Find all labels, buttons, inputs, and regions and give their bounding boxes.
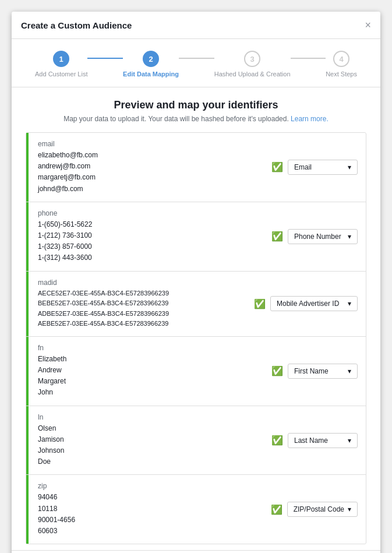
data-row-fn: fn ElizabethAndrewMargaretJohn ✅ First N… xyxy=(26,337,366,406)
learn-more-link[interactable]: Learn more. xyxy=(291,115,329,123)
summary-section: 13 columns are mapped and will be upload… xyxy=(12,550,380,553)
step-1-circle: 1 xyxy=(53,51,69,67)
check-icon-fn: ✅ xyxy=(271,365,283,376)
step-1: 1 Add Customer List xyxy=(35,51,87,78)
field-values-email: elizabetho@fb.comandrewj@fb.commargaretj… xyxy=(38,150,271,195)
field-values-phone: 1-(650)-561-56221-(212) 736-31001-(323) … xyxy=(38,219,271,264)
chevron-down-icon-fn: ▾ xyxy=(348,367,351,375)
chevron-down-icon-madid: ▾ xyxy=(348,300,351,308)
mapping-dropdown-ln[interactable]: Last Name ▾ xyxy=(288,433,358,448)
step-1-label: Add Customer List xyxy=(35,71,87,78)
field-values-madid: AECE52E7-03EE-455A-B3C4-E57283966239 BEB… xyxy=(38,288,254,329)
mapping-label-email: Email xyxy=(294,163,312,171)
field-name-madid: madid xyxy=(38,279,254,287)
data-row-madid: madid AECE52E7-03EE-455A-B3C4-E572839662… xyxy=(26,272,366,337)
connector-2-3 xyxy=(179,58,214,59)
mapping-label-ln: Last Name xyxy=(294,436,328,445)
modal-title: Create a Custom Audience xyxy=(21,20,132,30)
data-row-zip: zip 940461011890001-465660603 ✅ ZIP/Post… xyxy=(26,475,366,544)
step-4: 4 Next Steps xyxy=(326,51,357,78)
step-2-circle: 2 xyxy=(143,51,159,67)
content-subtitle: Map your data to upload it. Your data wi… xyxy=(26,115,366,123)
field-name-ln: ln xyxy=(38,413,271,421)
data-mapping-section: email elizabetho@fb.comandrewj@fb.commar… xyxy=(26,132,366,544)
step-3-circle: 3 xyxy=(244,51,260,67)
field-values-fn: ElizabethAndrewMargaretJohn xyxy=(38,354,271,399)
step-2-label: Edit Data Mapping xyxy=(123,71,179,78)
field-name-fn: fn xyxy=(38,344,271,352)
field-name-email: email xyxy=(38,140,271,148)
step-2: 2 Edit Data Mapping xyxy=(123,51,179,78)
create-custom-audience-modal: Create a Custom Audience × 1 Add Custome… xyxy=(12,12,380,553)
mapping-dropdown-zip[interactable]: ZIP/Postal Code ▾ xyxy=(287,502,358,517)
check-icon-phone: ✅ xyxy=(271,231,283,242)
mapping-label-fn: First Name xyxy=(294,367,329,375)
mapping-label-madid: Mobile Advertiser ID xyxy=(277,300,339,308)
mapping-dropdown-phone[interactable]: Phone Number ▾ xyxy=(288,229,358,244)
data-row-email: email elizabetho@fb.comandrewj@fb.commar… xyxy=(26,133,366,202)
mapping-label-zip: ZIP/Postal Code xyxy=(294,505,344,513)
mapping-dropdown-fn[interactable]: First Name ▾ xyxy=(288,364,358,379)
main-content: Preview and map your identifiers Map you… xyxy=(12,87,380,550)
check-icon-zip: ✅ xyxy=(271,504,282,515)
field-values-zip: 940461011890001-465660603 xyxy=(38,492,271,537)
check-icon-email: ✅ xyxy=(271,161,283,172)
mapping-dropdown-email[interactable]: Email ▾ xyxy=(288,160,358,175)
data-row-ln: ln OlsenJamisonJohnsonDoe ✅ Last Name ▾ xyxy=(26,406,366,475)
chevron-down-icon: ▾ xyxy=(348,163,351,171)
chevron-down-icon-ln: ▾ xyxy=(348,436,351,445)
field-name-phone: phone xyxy=(38,209,271,217)
data-row-phone: phone 1-(650)-561-56221-(212) 736-31001-… xyxy=(26,202,366,272)
field-name-zip: zip xyxy=(38,482,271,490)
step-3-label: Hashed Upload & Creation xyxy=(214,71,291,78)
stepper: 1 Add Customer List 2 Edit Data Mapping … xyxy=(12,39,380,87)
mapping-label-phone: Phone Number xyxy=(294,233,341,241)
chevron-down-icon-phone: ▾ xyxy=(348,233,351,241)
check-icon-madid: ✅ xyxy=(254,298,266,309)
step-3: 3 Hashed Upload & Creation xyxy=(214,51,291,78)
field-values-ln: OlsenJamisonJohnsonDoe xyxy=(38,423,271,468)
mapping-dropdown-madid[interactable]: Mobile Advertiser ID ▾ xyxy=(270,296,358,311)
step-4-circle: 4 xyxy=(333,51,349,67)
content-title: Preview and map your identifiers xyxy=(26,99,366,111)
step-4-label: Next Steps xyxy=(326,71,357,78)
connector-1-2 xyxy=(87,58,123,59)
connector-3-4 xyxy=(291,58,326,59)
modal-header: Create a Custom Audience × xyxy=(12,12,380,39)
check-icon-ln: ✅ xyxy=(271,435,283,446)
chevron-down-icon-zip: ▾ xyxy=(348,505,351,513)
close-button[interactable]: × xyxy=(365,20,371,30)
